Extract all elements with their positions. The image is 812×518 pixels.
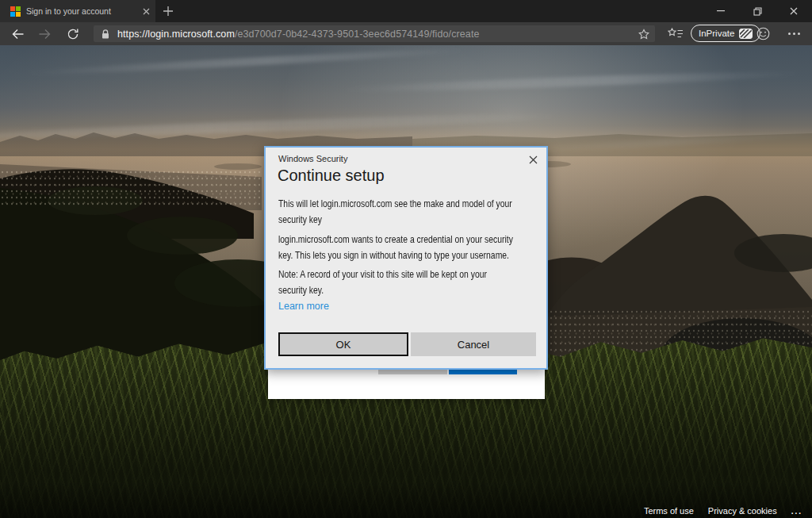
favorites-hub-icon[interactable]	[665, 26, 686, 41]
tab-close-icon[interactable]	[136, 0, 155, 22]
favorite-star-icon[interactable]	[638, 29, 649, 40]
address-bar[interactable]: https://login.microsoft.com/e3d700d7-0b4…	[94, 25, 655, 42]
microsoft-logo-icon	[10, 6, 21, 17]
city-lights-left	[0, 169, 262, 207]
tab-bar: Sign in to your account	[0, 0, 812, 22]
back-button[interactable]	[10, 27, 25, 41]
privacy-cookies-link[interactable]: Privacy & cookies	[708, 506, 777, 516]
url-text: https://login.microsoft.com/e3d700d7-0b4…	[117, 29, 480, 40]
window-controls	[703, 0, 812, 22]
terms-of-use-link[interactable]: Terms of use	[644, 506, 694, 516]
inprivate-label: InPrivate	[699, 29, 734, 38]
inprivate-badge: InPrivate	[691, 25, 760, 42]
minimize-button[interactable]	[703, 0, 739, 22]
dialog-buttons: OK Cancel	[278, 332, 536, 356]
restore-button[interactable]	[739, 0, 776, 22]
browser-chrome: Sign in to your account	[0, 0, 812, 45]
page-footer: Terms of use Privacy & cookies ...	[630, 506, 802, 516]
close-window-button[interactable]	[776, 0, 812, 22]
browser-tab[interactable]: Sign in to your account	[0, 0, 155, 22]
windows-security-dialog: Windows Security Continue setup This wil…	[264, 146, 548, 370]
learn-more-link[interactable]: Learn more	[278, 301, 329, 312]
cancel-button[interactable]: Cancel	[411, 332, 536, 356]
dialog-title: Windows Security	[278, 154, 347, 163]
dialog-close-icon[interactable]	[524, 152, 542, 167]
feedback-smiley-icon[interactable]	[754, 26, 772, 41]
dialog-heading: Continue setup	[278, 167, 385, 185]
inprivate-icon	[739, 29, 753, 39]
tab-title: Sign in to your account	[26, 6, 136, 16]
refresh-button[interactable]	[65, 27, 81, 41]
footer-more-link[interactable]: ...	[791, 507, 802, 516]
forward-button[interactable]	[36, 27, 52, 41]
url-host: https://login.microsoft.com	[117, 29, 235, 40]
dialog-body-text: Note: A record of your visit to this sit…	[278, 267, 545, 297]
url-path: /e3d700d7-0b42-4373-9501-3eec6d574149/fi…	[235, 29, 480, 40]
lock-icon[interactable]	[101, 29, 110, 40]
more-menu-icon[interactable]	[782, 26, 806, 41]
dialog-body-text: This will let login.microsoft.com see th…	[278, 196, 545, 227]
new-tab-button[interactable]	[158, 0, 178, 22]
browser-toolbar: https://login.microsoft.com/e3d700d7-0b4…	[0, 22, 812, 45]
dialog-body-text: login.microsoft.com wants to create a cr…	[278, 232, 545, 263]
ok-button[interactable]: OK	[278, 332, 408, 356]
